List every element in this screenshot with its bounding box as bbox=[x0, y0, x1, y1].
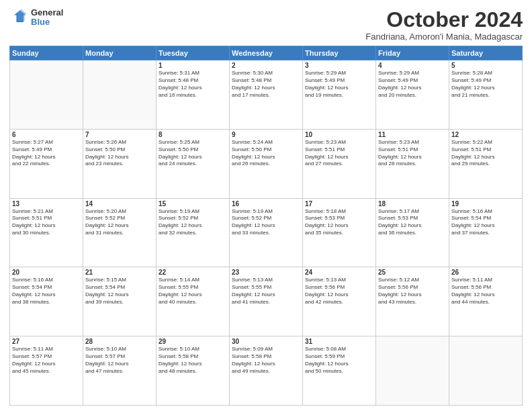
calendar-cell: 23Sunrise: 5:13 AM Sunset: 5:55 PM Dayli… bbox=[230, 267, 303, 336]
day-info: Sunrise: 5:25 AM Sunset: 5:50 PM Dayligh… bbox=[159, 139, 227, 168]
calendar-cell: 14Sunrise: 5:20 AM Sunset: 5:52 PM Dayli… bbox=[83, 198, 157, 267]
logo: General Blue bbox=[9, 8, 63, 28]
day-number: 3 bbox=[305, 62, 373, 69]
calendar-cell: 12Sunrise: 5:22 AM Sunset: 5:51 PM Dayli… bbox=[449, 129, 523, 198]
calendar-week-row: 1Sunrise: 5:31 AM Sunset: 5:48 PM Daylig… bbox=[10, 60, 523, 130]
logo-icon bbox=[9, 8, 28, 27]
day-number: 4 bbox=[378, 62, 447, 69]
location-subtitle: Fandriana, Amoron'i Mania, Madagascar bbox=[365, 32, 523, 42]
day-number: 26 bbox=[451, 269, 520, 276]
calendar-week-row: 27Sunrise: 5:11 AM Sunset: 5:57 PM Dayli… bbox=[10, 336, 523, 406]
logo-text: General Blue bbox=[31, 8, 63, 28]
weekday-header-tuesday: Tuesday bbox=[157, 46, 230, 60]
day-info: Sunrise: 5:19 AM Sunset: 5:52 PM Dayligh… bbox=[232, 208, 300, 237]
calendar-table: SundayMondayTuesdayWednesdayThursdayFrid… bbox=[9, 46, 523, 406]
day-info: Sunrise: 5:19 AM Sunset: 5:52 PM Dayligh… bbox=[159, 208, 227, 237]
calendar-cell: 2Sunrise: 5:30 AM Sunset: 5:48 PM Daylig… bbox=[230, 60, 303, 130]
calendar-cell: 13Sunrise: 5:21 AM Sunset: 5:51 PM Dayli… bbox=[10, 198, 83, 267]
calendar-cell: 25Sunrise: 5:12 AM Sunset: 5:56 PM Dayli… bbox=[376, 267, 449, 336]
calendar-week-row: 6Sunrise: 5:27 AM Sunset: 5:49 PM Daylig… bbox=[10, 129, 523, 198]
calendar-cell: 3Sunrise: 5:29 AM Sunset: 5:49 PM Daylig… bbox=[303, 60, 376, 130]
day-info: Sunrise: 5:13 AM Sunset: 5:56 PM Dayligh… bbox=[305, 277, 373, 306]
day-number: 27 bbox=[12, 338, 81, 345]
day-number: 25 bbox=[378, 269, 447, 276]
logo-blue: Blue bbox=[31, 17, 63, 27]
day-number: 16 bbox=[232, 200, 300, 208]
weekday-header-wednesday: Wednesday bbox=[230, 46, 303, 60]
day-info: Sunrise: 5:31 AM Sunset: 5:48 PM Dayligh… bbox=[159, 70, 227, 99]
day-info: Sunrise: 5:11 AM Sunset: 5:57 PM Dayligh… bbox=[12, 346, 81, 375]
day-number: 9 bbox=[232, 131, 300, 138]
calendar-cell: 31Sunrise: 5:08 AM Sunset: 5:59 PM Dayli… bbox=[303, 336, 376, 406]
day-info: Sunrise: 5:24 AM Sunset: 5:50 PM Dayligh… bbox=[232, 139, 300, 168]
calendar-cell: 20Sunrise: 5:16 AM Sunset: 5:54 PM Dayli… bbox=[10, 267, 83, 336]
day-info: Sunrise: 5:14 AM Sunset: 5:55 PM Dayligh… bbox=[159, 277, 227, 306]
calendar-cell bbox=[10, 60, 83, 130]
calendar-cell: 18Sunrise: 5:17 AM Sunset: 5:53 PM Dayli… bbox=[376, 198, 449, 267]
day-number: 13 bbox=[12, 200, 81, 208]
calendar-week-row: 13Sunrise: 5:21 AM Sunset: 5:51 PM Dayli… bbox=[10, 198, 523, 267]
day-number: 17 bbox=[305, 200, 373, 208]
calendar-week-row: 20Sunrise: 5:16 AM Sunset: 5:54 PM Dayli… bbox=[10, 267, 523, 336]
calendar-cell: 27Sunrise: 5:11 AM Sunset: 5:57 PM Dayli… bbox=[10, 336, 83, 406]
day-number: 14 bbox=[85, 200, 154, 208]
day-info: Sunrise: 5:15 AM Sunset: 5:54 PM Dayligh… bbox=[85, 277, 154, 306]
calendar-cell: 11Sunrise: 5:23 AM Sunset: 5:51 PM Dayli… bbox=[376, 129, 449, 198]
day-number: 29 bbox=[159, 338, 227, 345]
day-number: 31 bbox=[305, 338, 373, 345]
day-info: Sunrise: 5:16 AM Sunset: 5:54 PM Dayligh… bbox=[12, 277, 81, 306]
logo-general: General bbox=[31, 8, 63, 17]
header: General Blue October 2024 Fandriana, Amo… bbox=[9, 8, 523, 42]
day-info: Sunrise: 5:17 AM Sunset: 5:53 PM Dayligh… bbox=[378, 208, 447, 237]
calendar-cell: 4Sunrise: 5:29 AM Sunset: 5:49 PM Daylig… bbox=[376, 60, 449, 130]
calendar-cell: 5Sunrise: 5:28 AM Sunset: 5:49 PM Daylig… bbox=[449, 60, 523, 130]
day-info: Sunrise: 5:12 AM Sunset: 5:56 PM Dayligh… bbox=[378, 277, 447, 306]
calendar-cell: 22Sunrise: 5:14 AM Sunset: 5:55 PM Dayli… bbox=[157, 267, 230, 336]
day-info: Sunrise: 5:11 AM Sunset: 5:56 PM Dayligh… bbox=[451, 277, 520, 306]
day-number: 20 bbox=[12, 269, 81, 276]
calendar-cell bbox=[376, 336, 449, 406]
calendar-cell: 16Sunrise: 5:19 AM Sunset: 5:52 PM Dayli… bbox=[230, 198, 303, 267]
day-number: 15 bbox=[159, 200, 227, 208]
day-number: 18 bbox=[378, 200, 447, 208]
day-info: Sunrise: 5:29 AM Sunset: 5:49 PM Dayligh… bbox=[305, 70, 373, 99]
page: General Blue October 2024 Fandriana, Amo… bbox=[0, 0, 532, 411]
day-number: 5 bbox=[451, 62, 520, 69]
day-info: Sunrise: 5:27 AM Sunset: 5:49 PM Dayligh… bbox=[12, 139, 81, 168]
calendar-cell bbox=[449, 336, 523, 406]
calendar-cell: 26Sunrise: 5:11 AM Sunset: 5:56 PM Dayli… bbox=[449, 267, 523, 336]
day-info: Sunrise: 5:18 AM Sunset: 5:53 PM Dayligh… bbox=[305, 208, 373, 237]
day-number: 12 bbox=[451, 131, 520, 138]
day-info: Sunrise: 5:21 AM Sunset: 5:51 PM Dayligh… bbox=[12, 208, 81, 237]
weekday-header-monday: Monday bbox=[83, 46, 157, 60]
day-info: Sunrise: 5:10 AM Sunset: 5:58 PM Dayligh… bbox=[159, 346, 227, 375]
calendar-cell: 7Sunrise: 5:26 AM Sunset: 5:50 PM Daylig… bbox=[83, 129, 157, 198]
day-number: 19 bbox=[451, 200, 520, 208]
day-number: 24 bbox=[305, 269, 373, 276]
day-info: Sunrise: 5:22 AM Sunset: 5:51 PM Dayligh… bbox=[451, 139, 520, 168]
day-info: Sunrise: 5:28 AM Sunset: 5:49 PM Dayligh… bbox=[451, 70, 520, 99]
calendar-cell: 6Sunrise: 5:27 AM Sunset: 5:49 PM Daylig… bbox=[10, 129, 83, 198]
day-number: 22 bbox=[159, 269, 227, 276]
day-info: Sunrise: 5:10 AM Sunset: 5:57 PM Dayligh… bbox=[85, 346, 154, 375]
day-number: 7 bbox=[85, 131, 154, 138]
day-info: Sunrise: 5:26 AM Sunset: 5:50 PM Dayligh… bbox=[85, 139, 154, 168]
calendar-cell: 1Sunrise: 5:31 AM Sunset: 5:48 PM Daylig… bbox=[157, 60, 230, 130]
calendar-cell: 9Sunrise: 5:24 AM Sunset: 5:50 PM Daylig… bbox=[230, 129, 303, 198]
calendar-cell: 17Sunrise: 5:18 AM Sunset: 5:53 PM Dayli… bbox=[303, 198, 376, 267]
calendar-cell: 15Sunrise: 5:19 AM Sunset: 5:52 PM Dayli… bbox=[157, 198, 230, 267]
weekday-header-thursday: Thursday bbox=[303, 46, 376, 60]
day-number: 2 bbox=[232, 62, 300, 69]
day-info: Sunrise: 5:23 AM Sunset: 5:51 PM Dayligh… bbox=[305, 139, 373, 168]
day-number: 1 bbox=[159, 62, 227, 69]
day-info: Sunrise: 5:29 AM Sunset: 5:49 PM Dayligh… bbox=[378, 70, 447, 99]
day-info: Sunrise: 5:08 AM Sunset: 5:59 PM Dayligh… bbox=[305, 346, 373, 375]
day-info: Sunrise: 5:09 AM Sunset: 5:58 PM Dayligh… bbox=[232, 346, 300, 375]
calendar-cell bbox=[83, 60, 157, 130]
day-number: 8 bbox=[159, 131, 227, 138]
day-number: 28 bbox=[85, 338, 154, 345]
day-info: Sunrise: 5:13 AM Sunset: 5:55 PM Dayligh… bbox=[232, 277, 300, 306]
weekday-header-row: SundayMondayTuesdayWednesdayThursdayFrid… bbox=[10, 46, 523, 60]
title-block: October 2024 Fandriana, Amoron'i Mania, … bbox=[365, 8, 523, 42]
day-number: 11 bbox=[378, 131, 447, 138]
